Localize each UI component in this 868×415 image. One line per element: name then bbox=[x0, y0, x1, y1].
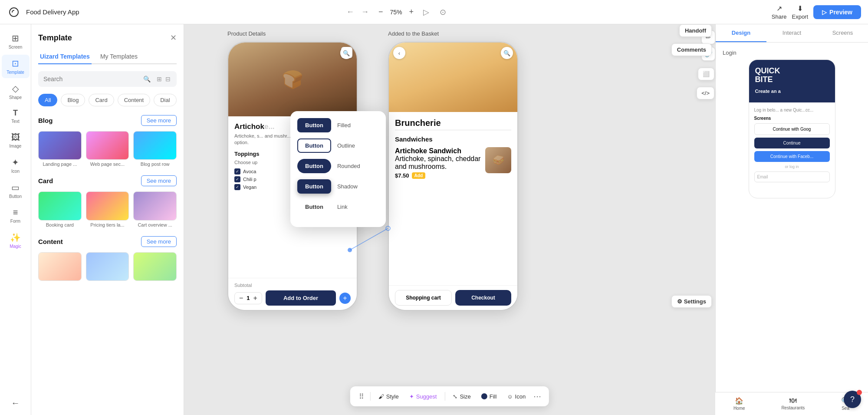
continue-button[interactable]: Continue bbox=[754, 138, 830, 148]
preview-button[interactable]: ▷ Preview bbox=[813, 5, 861, 19]
play-button[interactable]: ▷ bbox=[421, 5, 432, 20]
tab-screens[interactable]: Screens bbox=[817, 24, 868, 42]
template-blog-1[interactable]: Landing page ... bbox=[38, 131, 82, 167]
toolbar-style-button[interactable]: 🖌 Style bbox=[374, 391, 403, 402]
sidebar-item-magic[interactable]: ✨ Magic bbox=[2, 229, 30, 252]
sidebar-item-screen[interactable]: ⊞ Screen bbox=[2, 30, 30, 53]
app-logo bbox=[7, 5, 21, 19]
filter-dial[interactable]: Dial bbox=[154, 94, 176, 106]
template-card-1[interactable]: Booking card bbox=[38, 191, 82, 227]
zoom-level: 75% bbox=[387, 9, 404, 16]
phone2-price-row: $7.50 Add bbox=[395, 172, 481, 179]
content-see-more-button[interactable]: See more bbox=[141, 236, 177, 247]
settings-badge[interactable]: ⚙ Settings bbox=[671, 295, 712, 308]
template-blog-2[interactable]: Web page sec... bbox=[86, 131, 129, 167]
phone2-search-icon[interactable]: 🔍 bbox=[501, 47, 513, 59]
undo-button[interactable]: ← bbox=[344, 5, 357, 19]
btn-filled[interactable]: Button bbox=[297, 118, 331, 132]
toolbar-fill-button[interactable]: Fill bbox=[477, 391, 501, 402]
grid-view-button[interactable]: ⊞ bbox=[156, 75, 163, 83]
template-content-3[interactable] bbox=[133, 252, 177, 281]
blog-section-header: Blog See more bbox=[38, 115, 177, 126]
nav-home[interactable]: 🏠 Home bbox=[733, 397, 745, 411]
phone2-divider bbox=[395, 130, 511, 130]
toolbar-more-icon[interactable]: ⋯ bbox=[532, 390, 543, 403]
device-button[interactable]: ⊙ bbox=[437, 5, 449, 20]
nav-restaurants[interactable]: 🍽 Restaurants bbox=[781, 397, 805, 411]
export-button[interactable]: ⬇ Export bbox=[792, 4, 808, 20]
tab-my-templates[interactable]: My Templates bbox=[99, 49, 139, 64]
list-view-button[interactable]: ⊟ bbox=[164, 75, 171, 83]
blog-see-more-button[interactable]: See more bbox=[141, 115, 177, 126]
checkout-button[interactable]: Checkout bbox=[455, 290, 511, 306]
handoff-badge[interactable]: Handoff bbox=[679, 24, 712, 37]
canvas-toolbar: ⠿ 🖌 Style ✦ Suggest ⤡ Size Fill ☺ Icon ⋯ bbox=[350, 386, 549, 406]
tab-uizard-templates[interactable]: Uizard Templates bbox=[38, 49, 92, 64]
phone1-search-icon[interactable]: 🔍 bbox=[340, 47, 352, 59]
filter-all[interactable]: All bbox=[38, 94, 57, 106]
template-content-2[interactable] bbox=[86, 252, 129, 281]
redo-button[interactable]: → bbox=[358, 5, 372, 19]
zoom-out-button[interactable]: − bbox=[377, 6, 385, 18]
share-button[interactable]: ↗ Share bbox=[772, 4, 787, 20]
phone1-quantity-control: − 1 + bbox=[234, 292, 262, 304]
icon-smile-icon: ☺ bbox=[507, 393, 513, 400]
sidebar-item-text[interactable]: T Text bbox=[2, 105, 30, 127]
tab-interact[interactable]: Interact bbox=[766, 24, 817, 42]
continue-facebook-button[interactable]: Continue with Faceb... bbox=[754, 151, 830, 162]
card-section-title: Card bbox=[38, 177, 53, 184]
comments-badge[interactable]: Comments bbox=[671, 43, 712, 56]
screen-label-3: Login bbox=[723, 49, 861, 56]
mode-button[interactable]: ⬜ bbox=[698, 68, 714, 80]
shopping-cart-button[interactable]: Shopping cart bbox=[395, 290, 452, 306]
toolbar-divider-1 bbox=[370, 392, 371, 401]
sidebar-item-image[interactable]: 🖼 Image bbox=[2, 129, 30, 152]
image-icon: 🖼 bbox=[11, 132, 20, 142]
qty-decrease-button[interactable]: − bbox=[239, 294, 243, 302]
card-see-more-button[interactable]: See more bbox=[141, 175, 177, 186]
btn-link[interactable]: Button bbox=[297, 200, 331, 214]
phone2-item-desc: Artichoke, spinach, cheddar and mushroom… bbox=[395, 155, 481, 171]
sidebar-item-icon[interactable]: ✦ Icon bbox=[2, 154, 30, 177]
template-content-1[interactable] bbox=[38, 252, 82, 281]
filter-content[interactable]: Content bbox=[118, 94, 151, 106]
tab-design[interactable]: Design bbox=[716, 24, 766, 42]
settings-icon: ⚙ bbox=[677, 298, 682, 305]
help-button[interactable]: ? bbox=[844, 391, 861, 408]
sidebar-item-template[interactable]: ⊡ Template bbox=[2, 55, 30, 78]
add-plus-button[interactable]: + bbox=[339, 293, 351, 304]
sidebar-item-shape[interactable]: ◇ Shape bbox=[2, 80, 30, 103]
filter-blog[interactable]: Blog bbox=[61, 94, 85, 106]
back-button[interactable]: ← bbox=[11, 398, 20, 408]
btn-rounded[interactable]: Button bbox=[297, 159, 331, 173]
search-input[interactable] bbox=[43, 76, 140, 82]
project-name: Food Delivery App bbox=[26, 8, 339, 16]
btn-shadow[interactable]: Button bbox=[297, 179, 331, 194]
login-preview-phone: QUICKBITE Create an a Log in belo... a n… bbox=[749, 59, 835, 198]
phone2-back-icon[interactable]: ‹ bbox=[393, 47, 405, 59]
template-card-3[interactable]: Cart overview ... bbox=[133, 191, 177, 227]
sidebar-item-button[interactable]: ▭ Button bbox=[2, 179, 30, 202]
zoom-in-button[interactable]: + bbox=[407, 6, 415, 18]
filter-card[interactable]: Card bbox=[89, 94, 114, 106]
toolbar-icon-button[interactable]: ☺ Icon bbox=[503, 391, 530, 402]
qty-increase-button[interactable]: + bbox=[253, 294, 257, 302]
size-icon: ⤡ bbox=[453, 393, 457, 400]
search-row: 🔍 ⊞ ⊟ bbox=[38, 71, 177, 87]
continue-google-button[interactable]: Continue with Goog bbox=[754, 123, 830, 135]
code-button[interactable]: </> bbox=[697, 87, 714, 99]
toolbar-suggest-button[interactable]: ✦ Suggest bbox=[405, 391, 441, 402]
sidebar-item-form[interactable]: ≡ Form bbox=[2, 204, 30, 227]
add-to-order-button[interactable]: Add to Order bbox=[266, 290, 336, 306]
template-blog-3[interactable]: Blog post row bbox=[133, 131, 177, 167]
blog-section-title: Blog bbox=[38, 117, 53, 124]
template-card-2[interactable]: Pricing tiers la... bbox=[86, 191, 129, 227]
panel-close-button[interactable]: ✕ bbox=[170, 33, 177, 43]
phone2-item-name: Artichoke Sandwich bbox=[395, 147, 481, 155]
email-field: Email bbox=[754, 171, 830, 182]
restaurants-icon: 🍽 bbox=[789, 397, 796, 405]
toolbar-size-button[interactable]: ⤡ Size bbox=[448, 391, 475, 402]
btn-outline[interactable]: Button bbox=[297, 138, 331, 153]
right-panel-tabs: Design Interact Screens bbox=[716, 24, 868, 43]
panel-title: Template bbox=[38, 33, 72, 43]
